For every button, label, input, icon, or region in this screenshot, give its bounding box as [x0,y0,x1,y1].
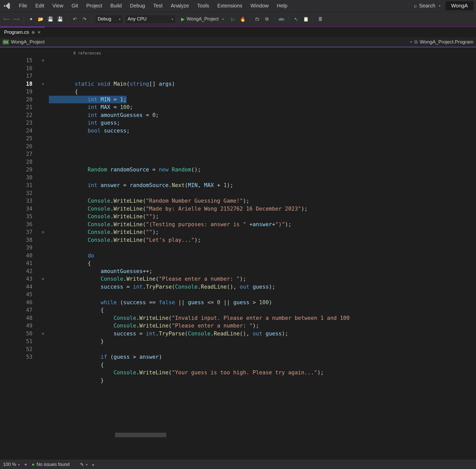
start-debugging-button[interactable]: ▶ WongA_Project ▾ [178,15,227,24]
solution-platform-dropdown[interactable]: Any CPU ▾ [125,15,176,24]
code-line[interactable] [49,135,476,143]
code-line[interactable]: Random randomSource = new Random(); [49,166,476,174]
code-line[interactable] [49,150,476,158]
menu-window[interactable]: Window [246,2,273,10]
code-line[interactable]: if (guess > answer) [49,353,476,361]
code-line[interactable]: { [49,88,476,96]
code-line[interactable]: Console.WriteLine("Your guess is too hig… [49,369,476,377]
code-line[interactable]: Console.WriteLine("(Testing purposes: an… [49,221,476,228]
menu-file[interactable]: File [15,2,31,10]
fold-toggle[interactable]: ⊟ [37,330,49,338]
code-line[interactable]: while (success == false || guess <= 0 ||… [49,299,476,307]
code-line[interactable] [49,143,476,150]
menu-build[interactable]: Build [106,2,126,10]
screwdriver-button[interactable]: ✎ ▾ [80,462,87,467]
new-item-button[interactable]: ✦ [27,15,35,23]
clipboard-button[interactable]: 📋 [302,15,310,23]
undo-button[interactable]: ↶ [71,15,79,23]
code-line[interactable]: int MIN = 1; [49,96,127,104]
menu-debug[interactable]: Debug [126,2,149,10]
close-icon[interactable]: ✕ [37,30,41,35]
zoom-level[interactable]: 100 % ▾ [3,462,20,467]
search-box[interactable]: ⌕ Search ▾ [411,2,443,10]
code-line[interactable]: Console.WriteLine("Please enter a number… [49,322,476,330]
save-button[interactable]: 💾 [46,15,54,23]
code-line[interactable]: { [49,259,476,267]
menu-edit[interactable]: Edit [31,2,48,10]
code-line[interactable]: } [49,377,476,385]
code-line[interactable]: int answer = randomSource.Next(MIN, MAX … [49,181,476,189]
code-line[interactable]: { [49,361,476,369]
open-folder-button[interactable]: 📂 [37,15,45,23]
start-without-debugging-button[interactable]: ▷ [229,15,237,23]
code-line[interactable] [49,345,476,353]
code-line[interactable]: do [49,252,476,260]
project-dropdown[interactable]: C# WongA_Project [3,39,45,45]
code-line[interactable] [49,189,476,197]
window-layout-button[interactable]: ⧉ [263,15,271,23]
code-line[interactable]: Console.WriteLine("Let's play..."); [49,236,476,244]
code-line[interactable]: Console.WriteLine("Please enter a number… [49,275,476,283]
code-line[interactable]: success = int.TryParse(Console.ReadLine(… [49,283,476,291]
start-target-label: WongA_Project [187,16,219,22]
intellicode-icon[interactable]: ✦ [24,462,28,467]
fold-toggle[interactable]: ⊟ [37,275,49,283]
chevron-down-icon: ▾ [172,17,173,21]
code-line[interactable] [49,244,476,252]
nav-back-button[interactable]: ⟵ [3,15,11,23]
code-line[interactable]: amountGuesses++; [49,267,476,275]
symbol-name: WongA_Project.Program [420,39,473,45]
menu-project[interactable]: Project [82,2,106,10]
code-line[interactable]: } [49,337,476,345]
menu-analyze[interactable]: Analyze [167,2,193,10]
fold-toggle[interactable]: ⊟ [37,228,49,236]
menu-test[interactable]: Test [149,2,167,10]
chevron-down-icon: ▾ [222,17,224,21]
code-line[interactable]: Console.WriteLine(""); [49,213,476,221]
code-line[interactable]: Console.WriteLine(""); [49,228,476,236]
indent-button[interactable]: ≣ [316,15,325,23]
code-line[interactable] [49,158,476,166]
fold-toggle[interactable]: ⊟ [37,57,49,64]
codelens-references[interactable]: 0 references [73,49,101,57]
code-line[interactable]: int amountGuesses = 0; [49,111,476,119]
code-line[interactable]: { [49,306,476,314]
redo-button[interactable]: ↷ [80,15,88,23]
main-menu: FileEditViewGitProjectBuildDebugTestAnal… [15,2,292,10]
csharp-icon: C# [3,40,9,45]
code-line[interactable]: int MAX = 100; [49,103,476,111]
code-line[interactable] [49,291,476,299]
code-area[interactable]: 0 references static void Main(string[] a… [49,47,476,446]
user-account[interactable]: WongA [446,1,473,10]
cursor-tool-button[interactable]: ↖ [292,15,300,23]
line-number-gutter: 1516171819202122232425262728293031323334… [0,47,37,446]
code-line[interactable]: static void Main(string[] args) [49,80,476,88]
save-all-button[interactable]: 💾 [56,15,64,23]
menu-help[interactable]: Help [273,2,291,10]
menu-view[interactable]: View [48,2,68,10]
horizontal-scrollbar[interactable] [115,433,166,437]
error-list-summary[interactable]: ● No issues found [32,462,70,467]
code-line[interactable]: bool success; [49,127,476,135]
abc-button[interactable]: abc [278,15,286,23]
scroll-left-button[interactable]: ◂ [92,462,94,467]
menu-extensions[interactable]: Extensions [213,2,246,10]
class-dropdown[interactable]: ⧉ WongA_Project.Program [414,39,473,45]
pin-icon[interactable]: ⊕ [31,30,35,35]
code-line[interactable]: Console.WriteLine("Random Number Guessin… [49,197,476,205]
solution-config-dropdown[interactable]: Debug ▾ [95,15,123,24]
menu-git[interactable]: Git [68,2,82,10]
code-editor[interactable]: 1516171819202122232425262728293031323334… [0,47,476,446]
code-line[interactable]: int guess; [49,119,476,127]
nav-forward-button[interactable]: ⟶ [12,15,20,23]
code-line[interactable] [49,174,476,182]
hot-reload-button[interactable]: 🔥 [239,15,247,23]
browse-button[interactable]: 🗀 [253,15,261,23]
code-line[interactable]: Console.WriteLine("Made by: Arielle Wong… [49,205,476,213]
menu-tools[interactable]: Tools [193,2,213,10]
standard-toolbar: ⟵ ⟶ ✦ 📂 💾 💾 ↶ ↷ Debug ▾ Any CPU ▾ ▶ Wong… [0,12,476,26]
code-line[interactable]: Console.WriteLine("Invalid input. Please… [49,314,476,322]
document-tab[interactable]: Program.cs ⊕ ✕ [0,27,45,37]
class-icon: ⧉ [414,39,418,45]
code-line[interactable]: success = int.TryParse(Console.ReadLine(… [49,330,476,338]
